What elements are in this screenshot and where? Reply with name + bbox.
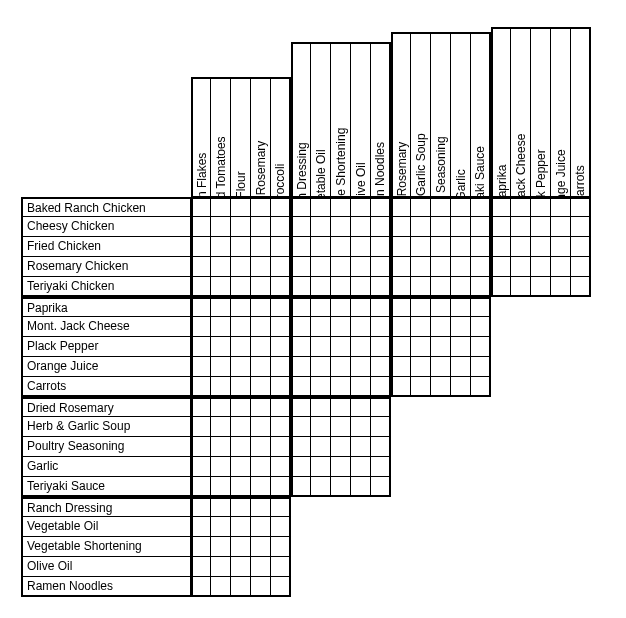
- grid-cell[interactable]: [211, 297, 231, 317]
- grid-cell[interactable]: [251, 557, 271, 577]
- grid-cell[interactable]: [251, 397, 271, 417]
- grid-cell[interactable]: [211, 537, 231, 557]
- grid-cell[interactable]: [471, 217, 491, 237]
- grid-cell[interactable]: [451, 377, 471, 397]
- grid-cell[interactable]: [291, 457, 311, 477]
- grid-cell[interactable]: [271, 437, 291, 457]
- grid-cell[interactable]: [231, 557, 251, 577]
- grid-cell[interactable]: [371, 477, 391, 497]
- grid-cell[interactable]: [291, 477, 311, 497]
- grid-cell[interactable]: [251, 417, 271, 437]
- grid-cell[interactable]: [311, 397, 331, 417]
- grid-cell[interactable]: [391, 377, 411, 397]
- grid-cell[interactable]: [211, 437, 231, 457]
- grid-cell[interactable]: [331, 237, 351, 257]
- grid-cell[interactable]: [311, 457, 331, 477]
- grid-cell[interactable]: [411, 217, 431, 237]
- grid-cell[interactable]: [191, 537, 211, 557]
- grid-cell[interactable]: [511, 197, 531, 217]
- grid-cell[interactable]: [331, 477, 351, 497]
- grid-cell[interactable]: [331, 417, 351, 437]
- grid-cell[interactable]: [411, 297, 431, 317]
- grid-cell[interactable]: [411, 257, 431, 277]
- grid-cell[interactable]: [211, 257, 231, 277]
- grid-cell[interactable]: [251, 497, 271, 517]
- grid-cell[interactable]: [211, 577, 231, 597]
- grid-cell[interactable]: [251, 357, 271, 377]
- grid-cell[interactable]: [451, 277, 471, 297]
- grid-cell[interactable]: [211, 477, 231, 497]
- grid-cell[interactable]: [231, 477, 251, 497]
- grid-cell[interactable]: [231, 537, 251, 557]
- grid-cell[interactable]: [491, 217, 511, 237]
- grid-cell[interactable]: [531, 257, 551, 277]
- grid-cell[interactable]: [191, 437, 211, 457]
- grid-cell[interactable]: [431, 377, 451, 397]
- grid-cell[interactable]: [211, 237, 231, 257]
- grid-cell[interactable]: [351, 257, 371, 277]
- grid-cell[interactable]: [191, 357, 211, 377]
- grid-cell[interactable]: [371, 197, 391, 217]
- grid-cell[interactable]: [531, 197, 551, 217]
- grid-cell[interactable]: [351, 457, 371, 477]
- grid-cell[interactable]: [311, 477, 331, 497]
- grid-cell[interactable]: [351, 197, 371, 217]
- grid-cell[interactable]: [271, 557, 291, 577]
- grid-cell[interactable]: [191, 557, 211, 577]
- grid-cell[interactable]: [391, 197, 411, 217]
- grid-cell[interactable]: [311, 257, 331, 277]
- grid-cell[interactable]: [311, 237, 331, 257]
- grid-cell[interactable]: [471, 317, 491, 337]
- grid-cell[interactable]: [331, 297, 351, 317]
- grid-cell[interactable]: [291, 377, 311, 397]
- grid-cell[interactable]: [231, 257, 251, 277]
- grid-cell[interactable]: [271, 417, 291, 437]
- grid-cell[interactable]: [371, 357, 391, 377]
- grid-cell[interactable]: [371, 237, 391, 257]
- grid-cell[interactable]: [291, 317, 311, 337]
- grid-cell[interactable]: [231, 217, 251, 237]
- grid-cell[interactable]: [551, 237, 571, 257]
- grid-cell[interactable]: [231, 277, 251, 297]
- grid-cell[interactable]: [331, 457, 351, 477]
- grid-cell[interactable]: [271, 277, 291, 297]
- grid-cell[interactable]: [231, 317, 251, 337]
- grid-cell[interactable]: [491, 257, 511, 277]
- grid-cell[interactable]: [551, 277, 571, 297]
- grid-cell[interactable]: [251, 197, 271, 217]
- grid-cell[interactable]: [431, 217, 451, 237]
- grid-cell[interactable]: [491, 277, 511, 297]
- grid-cell[interactable]: [231, 337, 251, 357]
- grid-cell[interactable]: [231, 517, 251, 537]
- grid-cell[interactable]: [231, 577, 251, 597]
- grid-cell[interactable]: [351, 437, 371, 457]
- grid-cell[interactable]: [291, 217, 311, 237]
- grid-cell[interactable]: [251, 537, 271, 557]
- grid-cell[interactable]: [291, 297, 311, 317]
- grid-cell[interactable]: [271, 397, 291, 417]
- grid-cell[interactable]: [271, 257, 291, 277]
- grid-cell[interactable]: [231, 397, 251, 417]
- grid-cell[interactable]: [331, 397, 351, 417]
- grid-cell[interactable]: [251, 517, 271, 537]
- grid-cell[interactable]: [291, 257, 311, 277]
- grid-cell[interactable]: [191, 457, 211, 477]
- grid-cell[interactable]: [191, 517, 211, 537]
- grid-cell[interactable]: [391, 277, 411, 297]
- grid-cell[interactable]: [371, 457, 391, 477]
- grid-cell[interactable]: [311, 297, 331, 317]
- grid-cell[interactable]: [531, 217, 551, 237]
- grid-cell[interactable]: [331, 317, 351, 337]
- grid-cell[interactable]: [311, 217, 331, 237]
- grid-cell[interactable]: [431, 297, 451, 317]
- grid-cell[interactable]: [211, 337, 231, 357]
- grid-cell[interactable]: [311, 317, 331, 337]
- grid-cell[interactable]: [211, 497, 231, 517]
- grid-cell[interactable]: [451, 197, 471, 217]
- grid-cell[interactable]: [451, 257, 471, 277]
- grid-cell[interactable]: [451, 337, 471, 357]
- grid-cell[interactable]: [471, 257, 491, 277]
- grid-cell[interactable]: [211, 197, 231, 217]
- grid-cell[interactable]: [271, 477, 291, 497]
- grid-cell[interactable]: [331, 357, 351, 377]
